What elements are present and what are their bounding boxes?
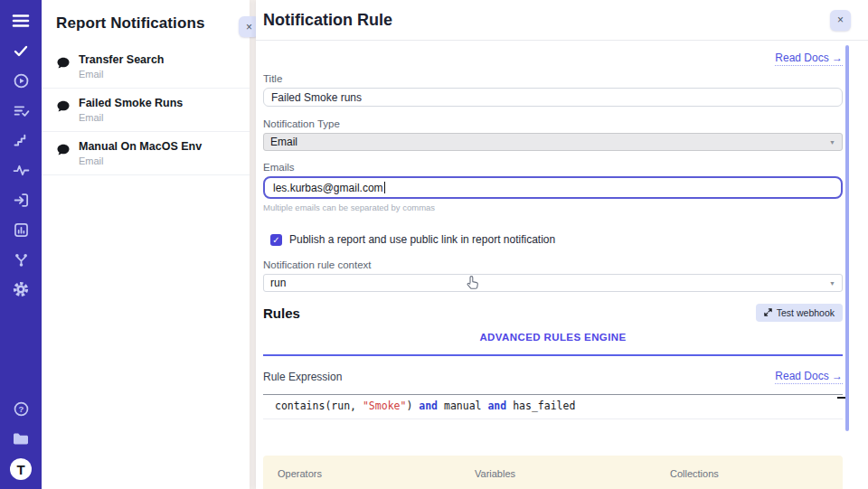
rules-tabs: ADVANCED RULES ENGINE xyxy=(263,328,843,356)
activity-icon[interactable] xyxy=(11,160,31,180)
notification-list-item[interactable]: Failed Smoke RunsEmail xyxy=(42,89,250,132)
read-docs-link-rules[interactable]: Read Docs → xyxy=(775,370,843,384)
report-notifications-title: Report Notifications xyxy=(56,14,237,33)
chat-bubble-icon xyxy=(56,56,71,73)
rule-context-value: run xyxy=(270,277,286,289)
report-notifications-header: Report Notifications xyxy=(42,0,250,43)
check-icon[interactable] xyxy=(11,41,31,61)
notification-channel: Email xyxy=(79,68,165,80)
notification-list: Transfer SearchEmailFailed Smoke RunsEma… xyxy=(42,45,250,175)
sidebar-bottom: ?T xyxy=(10,399,32,480)
read-docs-link-top[interactable]: Read Docs → xyxy=(775,52,843,66)
notification-title: Failed Smoke Runs xyxy=(79,97,183,110)
report-notifications-panel: Report Notifications × Transfer SearchEm… xyxy=(42,0,250,489)
play-circle-icon[interactable] xyxy=(11,71,31,90)
sign-in-icon[interactable] xyxy=(11,190,31,210)
help-icon[interactable]: ? xyxy=(11,399,31,418)
chevron-down-icon: ▼ xyxy=(829,280,835,287)
panel-gap xyxy=(250,0,256,489)
svg-text:?: ? xyxy=(18,403,24,413)
help-column-heading: Collections xyxy=(670,466,828,482)
emails-label: Emails xyxy=(263,162,843,173)
rule-context-select[interactable]: run ▼ xyxy=(263,274,843,292)
publish-report-checkbox[interactable]: ✓ xyxy=(270,234,282,246)
rules-heading: Rules xyxy=(263,306,300,321)
notification-channel: Email xyxy=(79,155,202,167)
notification-list-item[interactable]: Transfer SearchEmail xyxy=(42,45,250,89)
emails-input[interactable]: les.kurbas@gmail.com xyxy=(263,176,843,199)
help-column-operators: Operatorsand, or - logical operators<, >… xyxy=(278,466,457,489)
publish-report-label: Publish a report and use public link in … xyxy=(289,233,555,246)
emails-value: les.kurbas@gmail.com xyxy=(273,182,383,194)
help-column-collections: Collectionstests, passed_tests, failed_t… xyxy=(670,466,828,489)
rule-expression-code: contains(run, "Smoke") and manual and ha… xyxy=(275,400,843,412)
notification-channel: Email xyxy=(79,111,183,124)
chat-bubble-icon xyxy=(56,143,71,160)
close-rule-button[interactable]: × xyxy=(830,10,851,31)
folder-icon[interactable] xyxy=(11,428,31,448)
app-logo[interactable]: T xyxy=(10,458,32,480)
help-column-variables: Variableshas_passed, has_failed, has_com… xyxy=(475,466,652,489)
title-label: Title xyxy=(263,73,843,84)
tab-advanced-rules-engine[interactable]: ADVANCED RULES ENGINE xyxy=(479,332,626,343)
mouse-cursor-icon xyxy=(466,275,478,294)
notification-rule-title: Notification Rule xyxy=(263,11,392,30)
sidebar-nav xyxy=(11,11,31,309)
test-webhook-button[interactable]: Test webhook xyxy=(756,304,843,322)
rule-context-label: Notification rule context xyxy=(263,259,843,270)
notification-type-select[interactable]: Email ▼ xyxy=(263,133,843,151)
notification-type-value: Email xyxy=(270,136,297,148)
notification-rule-form: Read Docs → Title Notification Type Emai… xyxy=(256,41,868,489)
test-webhook-label: Test webhook xyxy=(777,307,835,318)
expression-help-box: Operatorsand, or - logical operators<, >… xyxy=(263,456,843,489)
notification-title: Transfer Search xyxy=(79,53,165,67)
vertical-scrollbar[interactable] xyxy=(845,45,849,431)
chevron-down-icon: ▼ xyxy=(829,139,835,146)
editor-resize-handle[interactable] xyxy=(837,397,845,399)
sidebar: ?T xyxy=(0,0,42,489)
branch-icon[interactable] xyxy=(11,249,31,269)
gear-icon[interactable] xyxy=(11,279,31,299)
rule-expression-label: Rule Expression xyxy=(263,371,342,383)
emails-hint: Multiple emails can be separated by comm… xyxy=(263,202,843,212)
bar-chart-icon[interactable] xyxy=(11,220,31,240)
menu-icon[interactable] xyxy=(11,11,31,31)
notification-list-item[interactable]: Manual On MacOS EnvEmail xyxy=(42,132,250,175)
notification-title: Manual On MacOS Env xyxy=(79,140,202,154)
notification-rule-header: Notification Rule × xyxy=(256,0,868,41)
help-column-heading: Variables xyxy=(475,466,652,482)
list-check-icon[interactable] xyxy=(11,100,31,120)
help-column-heading: Operators xyxy=(278,466,457,482)
rule-expression-editor[interactable]: contains(run, "Smoke") and manual and ha… xyxy=(263,394,843,419)
expand-arrows-icon xyxy=(764,307,772,318)
title-input[interactable] xyxy=(263,88,843,107)
app-root: ?T Report Notifications × Transfer Searc… xyxy=(0,0,868,489)
steps-icon[interactable] xyxy=(11,130,31,150)
chat-bubble-icon xyxy=(56,99,71,117)
notification-rule-panel: Notification Rule × Read Docs → Title No… xyxy=(256,0,868,489)
publish-report-checkbox-row[interactable]: ✓ Publish a report and use public link i… xyxy=(270,233,843,246)
notification-type-label: Notification Type xyxy=(263,118,843,129)
text-caret xyxy=(384,182,385,193)
